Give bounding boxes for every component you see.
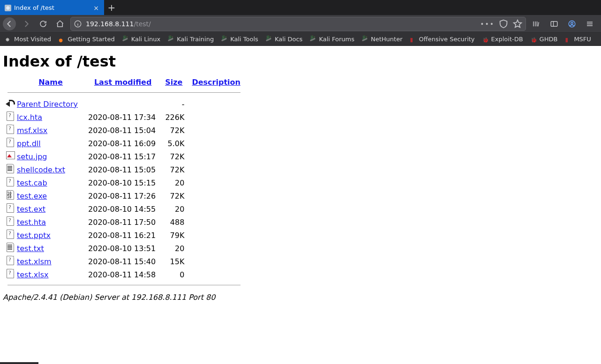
file-link[interactable]: test.exe: [17, 192, 47, 201]
file-link[interactable]: test.txt: [17, 244, 44, 253]
bookmark-item[interactable]: GHDB: [527, 35, 561, 44]
tracking-shield-icon[interactable]: [498, 19, 509, 29]
home-button[interactable]: [53, 17, 67, 30]
paper-icon: [6, 124, 15, 134]
tab-title: Index of /test: [14, 4, 89, 11]
bookmark-item[interactable]: Most Visited: [2, 35, 54, 44]
file-modified: 2020-08-11 17:50: [85, 215, 160, 229]
parent-directory-link[interactable]: Parent Directory: [17, 100, 78, 109]
directory-listing-table: Name Last modified Size Description Pare…: [3, 77, 245, 290]
table-row: msf.xlsx2020-08-11 15:0472K: [3, 124, 245, 137]
file-modified: [85, 97, 160, 111]
orange-icon: [482, 36, 489, 43]
sort-description-link[interactable]: Description: [192, 78, 240, 87]
bookmark-star-icon[interactable]: [512, 19, 523, 29]
bookmark-item[interactable]: Exploit-DB: [479, 35, 526, 44]
table-row: test.exe2020-08-11 17:2672K: [3, 189, 245, 202]
file-link[interactable]: test.xlsm: [17, 257, 52, 266]
tab-favicon: [5, 5, 11, 11]
file-size: 20: [160, 176, 187, 189]
account-icon[interactable]: [565, 17, 578, 30]
file-link[interactable]: test.cab: [17, 178, 47, 187]
file-size: 0: [160, 268, 187, 281]
page-content: Index of /test Name Last modified Size D…: [0, 46, 601, 307]
back-button[interactable]: [3, 17, 16, 30]
bookmark-label: Most Visited: [14, 36, 51, 43]
bookmarks-toolbar: Most VisitedGetting StartedKali LinuxKal…: [0, 33, 601, 46]
bookmark-item[interactable]: Getting Started: [55, 35, 118, 44]
bookmark-item[interactable]: NetHunter: [359, 35, 406, 44]
new-tab-button[interactable]: +: [104, 0, 119, 15]
kali-icon: [168, 36, 174, 43]
file-modified: 2020-08-11 17:34: [85, 111, 160, 124]
file-link[interactable]: test.xlsx: [17, 270, 49, 279]
file-modified: 2020-08-10 15:15: [85, 176, 160, 189]
sort-name-link[interactable]: Name: [38, 78, 63, 87]
url-host: 192.168.8.111: [86, 20, 134, 28]
sort-modified-link[interactable]: Last modified: [94, 78, 152, 87]
url-bar[interactable]: 192.168.8.111/test/ •••: [70, 17, 526, 31]
table-row: test.xlsx2020-08-11 14:580: [3, 268, 245, 281]
bookmark-item[interactable]: Kali Training: [165, 35, 217, 44]
orange-icon: [531, 36, 537, 43]
browser-chrome: Index of /test × + 192.168.8.111/test/ •…: [0, 0, 601, 46]
forward-button[interactable]: [20, 17, 33, 30]
back-icon: [6, 99, 15, 109]
reload-button[interactable]: [37, 17, 50, 30]
file-link[interactable]: lcx.hta: [17, 113, 42, 122]
file-link[interactable]: test.hta: [17, 218, 46, 227]
bookmark-label: NetHunter: [371, 36, 403, 43]
table-row: test.txt2020-08-10 13:5120: [3, 242, 245, 255]
file-modified: 2020-08-11 17:26: [85, 189, 160, 202]
file-link[interactable]: ppt.dll: [17, 139, 41, 148]
nav-toolbar: 192.168.8.111/test/ •••: [0, 15, 601, 33]
fox-icon: [59, 36, 65, 43]
bookmark-label: Kali Training: [177, 36, 214, 43]
bookmark-item[interactable]: Kali Tools: [218, 35, 262, 44]
file-modified: 2020-08-10 13:51: [85, 242, 160, 255]
file-link[interactable]: msf.xlsx: [17, 126, 47, 135]
file-modified: 2020-08-11 15:17: [85, 150, 160, 163]
text-icon: [6, 242, 15, 253]
bookmark-item[interactable]: Kali Linux: [119, 35, 164, 44]
sort-size-link[interactable]: Size: [165, 78, 182, 87]
table-row: test.xlsm2020-08-11 15:4015K: [3, 255, 245, 268]
browser-tab-active[interactable]: Index of /test ×: [0, 0, 104, 15]
toolbar-right-icons: [530, 17, 598, 30]
red-icon: [565, 36, 571, 43]
file-link[interactable]: test.pptx: [17, 231, 51, 240]
sidebar-icon[interactable]: [548, 17, 561, 30]
app-menu-icon[interactable]: [583, 17, 596, 30]
bookmark-item[interactable]: Kali Docs: [263, 35, 306, 44]
file-link[interactable]: setu.jpg: [17, 152, 47, 161]
kali-icon: [310, 36, 316, 43]
bookmark-label: Kali Linux: [131, 36, 161, 43]
bookmark-label: Getting Started: [68, 36, 115, 43]
site-info-icon[interactable]: [74, 20, 82, 28]
close-icon[interactable]: ×: [92, 4, 100, 12]
file-modified: 2020-08-11 15:04: [85, 124, 160, 137]
paper-icon: [6, 203, 15, 213]
bookmark-label: Kali Docs: [275, 36, 303, 43]
svg-rect-3: [551, 21, 557, 26]
file-size: 226K: [160, 111, 187, 124]
table-row: lcx.hta2020-08-11 17:34226K: [3, 111, 245, 124]
bookmark-item[interactable]: MSFU: [562, 35, 594, 44]
kali-icon: [221, 36, 228, 43]
table-row: test.hta2020-08-11 17:50488: [3, 215, 245, 229]
file-link[interactable]: shellcode.txt: [17, 165, 65, 174]
bookmark-item[interactable]: Offensive Security: [407, 35, 478, 44]
bookmark-label: Exploit-DB: [491, 36, 523, 43]
page-actions-icon[interactable]: •••: [480, 20, 495, 28]
library-icon[interactable]: [530, 17, 543, 30]
file-link[interactable]: test.ext: [17, 205, 45, 214]
server-signature: Apache/2.4.41 (Debian) Server at 192.168…: [3, 293, 598, 302]
paper-icon: [6, 216, 15, 226]
red-icon: [410, 36, 417, 43]
bookmark-item[interactable]: Kali Forums: [307, 35, 358, 44]
paper-icon: [6, 229, 15, 239]
paper-icon: [6, 177, 15, 187]
file-size: 79K: [160, 229, 187, 242]
table-row: test.ext2020-08-10 14:5520: [3, 202, 245, 215]
paper-icon: [6, 255, 15, 266]
